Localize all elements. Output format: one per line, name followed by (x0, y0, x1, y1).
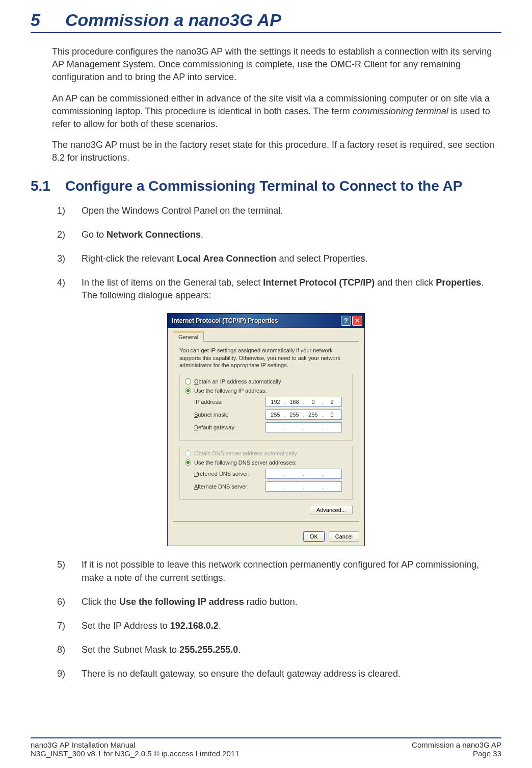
step-9: 9) There is no default gateway, so ensur… (57, 668, 501, 680)
section-number: 5.1 (31, 178, 65, 194)
step-text: There is no default gateway, so ensure t… (82, 668, 501, 680)
alternate-dns-row: Alternate DNS server: . . . (185, 481, 347, 492)
step-number: 3) (57, 252, 82, 265)
text: In the list of items on the General tab,… (82, 277, 263, 288)
emphasis: commissioning terminal (353, 106, 448, 116)
dialog-footer: OK Cancel (168, 527, 364, 546)
octet: 0 (307, 399, 319, 405)
step-number: 8) (57, 644, 82, 656)
advanced-button[interactable]: Advanced... (310, 505, 353, 515)
chapter-number: 5 (31, 10, 65, 30)
subnet-mask-row: Subnet mask: 255. 255. 255. 0 (185, 409, 347, 420)
step-text: Set the Subnet Mask to 255.255.255.0. (82, 644, 501, 656)
default-gateway-input[interactable]: . . . (265, 422, 342, 432)
step-8: 8) Set the Subnet Mask to 255.255.255.0. (57, 644, 501, 656)
text: and then click (375, 277, 436, 288)
preferred-dns-input[interactable]: . . . (265, 469, 342, 479)
text: Click the (82, 597, 119, 607)
intro-para-3: The nano3G AP must be in the factory res… (52, 139, 501, 164)
subnet-mask-input[interactable]: 255. 255. 255. 0 (265, 409, 342, 420)
step-number: 5) (57, 558, 82, 584)
text: and select Properties. (276, 253, 367, 264)
text: . (219, 621, 221, 631)
radio-label: Use the following DNS server addresses: (194, 459, 297, 466)
alternate-dns-input[interactable]: . . . (265, 481, 342, 492)
octet: 255 (288, 412, 300, 418)
text: Right-click the relevant (82, 253, 177, 264)
step-2: 2) Go to Network Connections. (57, 228, 501, 241)
radio-label: Use the following IP address: (194, 388, 267, 394)
text: Set the IP Address to (82, 621, 170, 631)
subnet-mask-label: Subnet mask: (194, 412, 265, 418)
step-number: 2) (57, 228, 82, 241)
footer-doc-version: N3G_INST_300 v8.1 for N3G_2.0.5 © ip.acc… (31, 749, 240, 758)
intro-para-2: An AP can be commissioned either in adva… (52, 92, 501, 131)
tab-general[interactable]: General (173, 331, 204, 342)
step-text: Click the Use the following IP address r… (82, 596, 501, 608)
octet: 192 (269, 399, 281, 405)
close-button[interactable]: ✕ (352, 316, 362, 326)
step-number: 4) (57, 276, 82, 302)
tab-strip: General (173, 331, 359, 342)
step-text: Go to Network Connections. (82, 228, 501, 241)
octet: 255 (269, 412, 281, 418)
footer-chapter-title: Commission a nano3G AP (412, 740, 501, 749)
step-text: If it is not possible to leave this netw… (82, 558, 501, 584)
bold: Use the following IP address (119, 597, 244, 607)
step-text: Right-click the relevant Local Area Conn… (82, 252, 501, 265)
dialog-screenshot: Internet Protocol (TCP/IP) Properties ? … (31, 313, 501, 546)
chapter-title: Commission a nano3G AP (65, 10, 281, 30)
ip-address-input[interactable]: 192. 168. 0. 2 (265, 397, 342, 407)
preferred-dns-row: Preferred DNS server: . . . (185, 469, 347, 479)
dns-settings-group: Obtain DNS server address automatically … (179, 446, 353, 500)
cancel-button[interactable]: Cancel (329, 531, 359, 542)
dialog-title: Internet Protocol (TCP/IP) Properties (172, 317, 278, 324)
step-4: 4) In the list of items on the General t… (57, 276, 501, 302)
intro-para-1: This procedure configures the nano3G AP … (52, 45, 501, 84)
ip-settings-group: Obtain an IP address automatically Use t… (179, 374, 353, 441)
ip-address-row: IP address: 192. 168. 0. 2 (185, 397, 347, 407)
radio-obtain-ip-auto[interactable]: Obtain an IP address automatically (185, 378, 347, 385)
tab-panel-general: You can get IP settings assigned automat… (173, 342, 359, 522)
preferred-dns-label: Preferred DNS server: (194, 471, 265, 477)
advanced-row: Advanced... (179, 505, 353, 515)
octet: 2 (326, 399, 338, 405)
step-1: 1) Open the Windows Control Panel on the… (57, 204, 501, 217)
bold: 255.255.255.0 (179, 645, 238, 655)
help-button[interactable]: ? (341, 316, 351, 326)
step-text: Set the IP Address to 192.168.0.2. (82, 620, 501, 632)
radio-use-following-ip[interactable]: Use the following IP address: (185, 388, 347, 394)
radio-icon (185, 450, 191, 456)
default-gateway-row: Default gateway: . . . (185, 422, 347, 432)
footer-page-number: Page 33 (412, 749, 501, 758)
page-footer: nano3G AP Installation Manual N3G_INST_3… (31, 737, 501, 758)
radio-icon (185, 459, 191, 466)
radio-use-following-dns[interactable]: Use the following DNS server addresses: (185, 459, 347, 466)
chapter-header: 5 Commission a nano3G AP (31, 10, 501, 33)
step-number: 9) (57, 668, 82, 680)
alternate-dns-label: Alternate DNS server: (194, 483, 265, 490)
step-text: Open the Windows Control Panel on the te… (82, 204, 501, 217)
titlebar-buttons: ? ✕ (341, 316, 362, 326)
step-5: 5) If it is not possible to leave this n… (57, 558, 501, 584)
step-7: 7) Set the IP Address to 192.168.0.2. (57, 620, 501, 632)
bold: Internet Protocol (TCP/IP) (263, 277, 375, 288)
text: radio button. (244, 597, 298, 607)
step-number: 6) (57, 596, 82, 608)
ok-button[interactable]: OK (303, 531, 325, 542)
octet: 0 (326, 412, 338, 418)
dialog-titlebar[interactable]: Internet Protocol (TCP/IP) Properties ? … (168, 314, 364, 328)
ip-address-label: IP address: (194, 399, 265, 405)
radio-icon (185, 388, 191, 394)
step-6: 6) Click the Use the following IP addres… (57, 596, 501, 608)
bold: Properties (436, 277, 481, 288)
step-number: 7) (57, 620, 82, 632)
bold: 192.168.0.2 (170, 621, 219, 631)
default-gateway-label: Default gateway: (194, 424, 265, 430)
footer-doc-title: nano3G AP Installation Manual (31, 740, 240, 749)
bold: Local Area Connection (177, 253, 276, 264)
tcpip-properties-dialog: Internet Protocol (TCP/IP) Properties ? … (167, 313, 365, 546)
section-title: Configure a Commissioning Terminal to Co… (65, 178, 462, 194)
octet: 168 (288, 399, 300, 405)
radio-obtain-dns-auto: Obtain DNS server address automatically (185, 450, 347, 456)
